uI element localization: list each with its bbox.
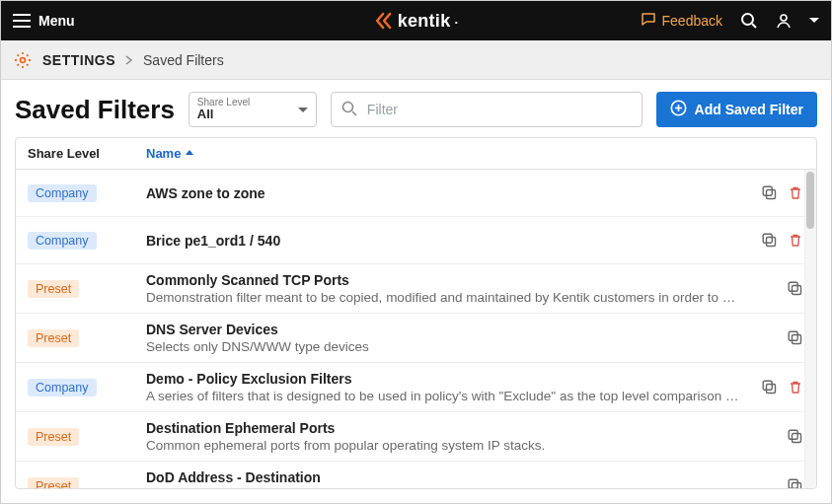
filter-description: A list of the DoD address ranges, source… xyxy=(146,487,739,488)
filter-description: Demonstration filter meant to be copied,… xyxy=(146,290,739,305)
svg-rect-12 xyxy=(789,331,797,340)
svg-rect-17 xyxy=(793,483,801,489)
user-menu[interactable] xyxy=(776,13,792,29)
filter-name: Demo - Policy Exclusion Filters xyxy=(146,371,739,387)
add-button-label: Add Saved Filter xyxy=(695,102,803,117)
column-name-sort[interactable]: Name xyxy=(146,146,194,161)
filter-name: DoD Address - Destination xyxy=(146,469,739,485)
share-level-pill: Preset xyxy=(28,477,79,489)
share-level-select[interactable]: Share Level All xyxy=(189,92,317,127)
table-row[interactable]: PresetDNS Server DevicesSelects only DNS… xyxy=(16,314,816,363)
brand-logo: kentik. xyxy=(374,11,459,32)
copy-icon[interactable] xyxy=(788,330,802,345)
svg-rect-7 xyxy=(767,238,776,247)
sort-asc-icon xyxy=(185,146,194,161)
svg-rect-16 xyxy=(789,430,797,439)
breadcrumb-settings[interactable]: SETTINGS xyxy=(42,52,115,68)
table-row[interactable]: PresetDoD Address - DestinationA list of… xyxy=(16,462,816,488)
feedback-label: Feedback xyxy=(662,13,722,29)
svg-rect-18 xyxy=(789,479,797,488)
svg-rect-8 xyxy=(763,234,772,243)
table-row[interactable]: CompanyAWS zone to zone xyxy=(16,170,816,217)
table-row[interactable]: PresetCommonly Scanned TCP PortsDemonstr… xyxy=(16,264,816,314)
feedback-link[interactable]: Feedback xyxy=(641,12,722,31)
brand-chevrons-icon xyxy=(374,12,394,30)
breadcrumb-page: Saved Filters xyxy=(143,52,224,68)
svg-point-0 xyxy=(742,14,753,25)
filter-input-wrap[interactable] xyxy=(331,92,643,127)
scrollbar-thumb[interactable] xyxy=(806,172,814,229)
share-level-pill: Company xyxy=(28,232,97,250)
hamburger-icon xyxy=(13,14,31,28)
svg-rect-13 xyxy=(767,385,776,394)
trash-icon[interactable] xyxy=(789,380,802,395)
trash-icon[interactable] xyxy=(789,233,802,248)
brand-text: kentik xyxy=(398,11,451,32)
share-level-pill: Company xyxy=(28,184,97,202)
svg-rect-9 xyxy=(793,286,801,295)
filter-description: Selects only DNS/WWW type devices xyxy=(146,339,739,354)
copy-icon[interactable] xyxy=(762,233,777,248)
svg-rect-15 xyxy=(793,434,801,443)
search-icon[interactable] xyxy=(740,12,758,30)
filter-input[interactable] xyxy=(365,101,632,118)
filter-description: A series of filters that is designed to … xyxy=(146,389,739,403)
svg-rect-14 xyxy=(763,381,772,390)
page-title: Saved Filters xyxy=(15,95,175,125)
share-level-pill: Preset xyxy=(28,329,79,347)
copy-icon[interactable] xyxy=(788,478,802,488)
trash-icon[interactable] xyxy=(789,185,802,200)
filter-description: Common ephemeral ports from popular oper… xyxy=(146,438,739,453)
filter-name: AWS zone to zone xyxy=(146,185,739,201)
copy-icon[interactable] xyxy=(788,281,802,296)
add-saved-filter-button[interactable]: Add Saved Filter xyxy=(656,92,817,127)
copy-icon[interactable] xyxy=(788,429,802,444)
svg-rect-5 xyxy=(767,190,776,199)
menu-label: Menu xyxy=(38,13,75,29)
share-level-pill: Preset xyxy=(28,428,79,446)
chevron-right-icon xyxy=(125,52,133,68)
column-share-level[interactable]: Share Level xyxy=(16,146,134,161)
chevron-down-icon[interactable] xyxy=(809,17,819,25)
share-level-pill: Preset xyxy=(28,280,79,298)
gear-icon xyxy=(13,50,33,70)
share-level-value: All xyxy=(197,108,288,121)
table-row[interactable]: CompanyDemo - Policy Exclusion FiltersA … xyxy=(16,363,816,412)
filter-name: Brice pe1_ord1 / 540 xyxy=(146,233,739,249)
menu-button[interactable]: Menu xyxy=(13,13,75,29)
breadcrumb: SETTINGS Saved Filters xyxy=(1,40,831,80)
filter-name: DNS Server Devices xyxy=(146,322,739,337)
plus-circle-icon xyxy=(670,100,687,119)
svg-point-3 xyxy=(342,102,352,111)
copy-icon[interactable] xyxy=(762,185,777,200)
filter-name: Commonly Scanned TCP Ports xyxy=(146,272,739,288)
comment-icon xyxy=(641,12,656,31)
search-icon xyxy=(341,101,357,119)
table-row[interactable]: CompanyBrice pe1_ord1 / 540 xyxy=(16,217,816,264)
copy-icon[interactable] xyxy=(762,380,777,395)
svg-rect-11 xyxy=(793,335,801,344)
svg-rect-6 xyxy=(763,186,772,195)
svg-point-2 xyxy=(21,57,26,62)
share-level-pill: Company xyxy=(28,379,97,396)
svg-rect-10 xyxy=(789,282,797,291)
column-name-label: Name xyxy=(146,146,181,161)
table-row[interactable]: PresetDestination Ephemeral PortsCommon … xyxy=(16,412,816,462)
svg-point-1 xyxy=(781,15,787,21)
caret-down-icon xyxy=(298,102,308,117)
filter-name: Destination Ephemeral Ports xyxy=(146,420,739,436)
